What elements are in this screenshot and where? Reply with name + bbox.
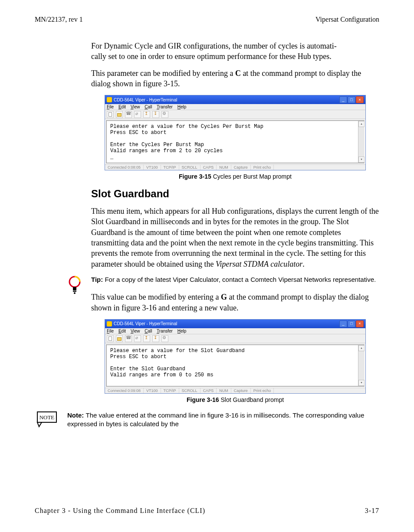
figure-3-16-caption: Figure 3-16 Slot Guardband prompt <box>91 396 379 403</box>
page-header: MN/22137, rev 1 Vipersat Configuration <box>35 16 379 23</box>
tip-label: Tip: <box>91 276 105 283</box>
status-num: NUM <box>217 165 231 170</box>
status-caps: CAPS <box>200 388 217 393</box>
statusbar: Connected 0:08:05 VT100 TCP/IP SCROLL CA… <box>105 164 365 170</box>
figure-3-16-window: CDD-564L Viper - HyperTerminal _ □ × Fil… <box>105 319 366 394</box>
note-text: The value entered at the command line in… <box>67 411 364 428</box>
figure-3-15-caption: Figure 3-15 Cycles per Burst Map prompt <box>91 173 379 180</box>
new-icon[interactable] <box>107 335 114 342</box>
minimize-button[interactable]: _ <box>339 96 347 103</box>
status-capture: Capture <box>231 165 251 170</box>
status-scroll: SCROLL <box>179 388 200 393</box>
menu-help[interactable]: HelpHelp <box>177 104 187 109</box>
terminal-area[interactable]: Please enter a value for the Slot Guardb… <box>106 344 365 387</box>
p3-text: This menu item, which appears for all Hu… <box>91 207 379 268</box>
svg-rect-2 <box>73 291 76 292</box>
scrollbar[interactable] <box>358 121 365 163</box>
menu-help[interactable]: HelpHelp <box>177 329 187 333</box>
status-emu: VT100 <box>144 165 161 170</box>
minimize-button[interactable]: _ <box>339 320 347 327</box>
status-emu: VT100 <box>144 388 161 393</box>
terminal-area[interactable]: Please enter a value for the Cycles Per … <box>106 120 365 163</box>
call-icon[interactable] <box>125 335 132 342</box>
toolbar <box>105 110 365 119</box>
note-label: Note: <box>67 411 86 419</box>
statusbar: Connected 0:09:08 VT100 TCP/IP SCROLL CA… <box>105 388 365 393</box>
p4-bold: G <box>221 293 227 301</box>
terminal-text: Please enter a value for the Slot Guardb… <box>110 348 245 378</box>
status-num: NUM <box>217 388 231 393</box>
header-right: Vipersat Configuration <box>315 16 379 23</box>
paragraph-3: This menu item, which appears for all Hu… <box>91 206 379 269</box>
close-button[interactable]: × <box>356 320 364 327</box>
call-icon[interactable] <box>125 111 132 118</box>
menu-edit[interactable]: EditEdit <box>118 104 126 109</box>
status-capture: Capture <box>231 388 251 393</box>
status-caps: CAPS <box>200 165 217 170</box>
tip-callout: Tip: For a copy of the latest Viper Calc… <box>67 275 379 284</box>
heading-slot-guardband: Slot Guardband <box>91 188 379 200</box>
fig16-label: Figure 3-16 <box>187 396 219 403</box>
properties-icon[interactable] <box>161 111 168 118</box>
maximize-button[interactable]: □ <box>348 320 355 327</box>
paragraph-1: For Dynamic Cycle and GIR configurations… <box>91 41 379 62</box>
p3-ital: Vipersat STDMA calculator <box>216 260 302 268</box>
p3-end: . <box>302 260 305 268</box>
fig15-label: Figure 3-15 <box>179 173 211 180</box>
note-icon: NOTE <box>35 411 59 428</box>
menu-edit[interactable]: EditEdit <box>118 329 126 333</box>
svg-point-3 <box>74 292 76 294</box>
status-scroll: SCROLL <box>179 165 200 170</box>
status-proto: TCP/IP <box>161 388 179 393</box>
app-icon <box>107 97 112 102</box>
window-title: CDD-564L Viper - HyperTerminal <box>114 98 177 102</box>
note-callout: NOTE Note: The value entered at the comm… <box>35 411 379 429</box>
header-left: MN/22137, rev 1 <box>35 16 83 23</box>
footer-left: Chapter 3 - Using the Command Line Inter… <box>35 507 205 515</box>
tip-lightbulb-icon <box>67 275 82 295</box>
menu-call[interactable]: CallCall <box>145 104 152 109</box>
paragraph-4: This value can be modified by entering a… <box>91 292 379 313</box>
menu-view[interactable]: ViewView <box>131 329 140 333</box>
hangup-icon[interactable] <box>134 111 141 118</box>
status-echo: Print echo <box>251 165 274 170</box>
paragraph-2: This parameter can be modified by enteri… <box>91 68 379 89</box>
scrollbar[interactable] <box>358 345 365 386</box>
window-titlebar: CDD-564L Viper - HyperTerminal _ □ × <box>105 320 365 328</box>
terminal-text: Please enter a value for the Cycles Per … <box>110 124 263 160</box>
close-button[interactable]: × <box>356 96 364 103</box>
p1-line1: For Dynamic Cycle and GIR configurations… <box>91 42 337 50</box>
fig15-rest: Cycles per Burst Map prompt <box>211 173 292 180</box>
properties-icon[interactable] <box>161 335 168 342</box>
receive-icon[interactable] <box>152 111 159 118</box>
tip-text: For a copy of the latest Viper Calculato… <box>105 276 376 283</box>
figure-3-15-window: CDD-564L Viper - HyperTerminal _ □ × FFi… <box>105 95 366 170</box>
send-icon[interactable] <box>143 335 150 342</box>
fig16-rest: Slot Guardband prompt <box>219 396 284 403</box>
menu-file[interactable]: FileFile <box>107 329 114 333</box>
open-icon[interactable] <box>116 111 123 118</box>
menu-transfer[interactable]: TransferTransfer <box>157 104 173 109</box>
menu-transfer[interactable]: TransferTransfer <box>157 329 173 333</box>
menubar[interactable]: FFileile EditEdit ViewView CallCall Tran… <box>105 104 365 110</box>
p2-a: This parameter can be modified by enteri… <box>91 69 235 78</box>
hangup-icon[interactable] <box>134 335 141 342</box>
status-connected: Connected 0:08:05 <box>105 165 144 170</box>
open-icon[interactable] <box>116 335 123 342</box>
menu-view[interactable]: ViewView <box>131 104 140 109</box>
new-icon[interactable] <box>107 111 114 118</box>
app-icon <box>107 321 112 326</box>
receive-icon[interactable] <box>152 335 159 342</box>
menu-file[interactable]: FFileile <box>107 104 114 109</box>
window-titlebar: CDD-564L Viper - HyperTerminal _ □ × <box>105 95 365 104</box>
footer-right: 3-17 <box>365 507 379 515</box>
page-footer: Chapter 3 - Using the Command Line Inter… <box>35 507 379 515</box>
svg-text:NOTE: NOTE <box>39 414 55 421</box>
send-icon[interactable] <box>143 111 150 118</box>
p4-a: This value can be modified by entering a <box>91 293 221 301</box>
maximize-button[interactable]: □ <box>348 96 355 103</box>
status-connected: Connected 0:09:08 <box>105 388 144 393</box>
menubar[interactable]: FileFile EditEdit ViewView CallCall Tran… <box>105 328 365 334</box>
p1-line2: cally set to one in order to ensure opti… <box>91 52 332 61</box>
menu-call[interactable]: CallCall <box>145 329 152 333</box>
